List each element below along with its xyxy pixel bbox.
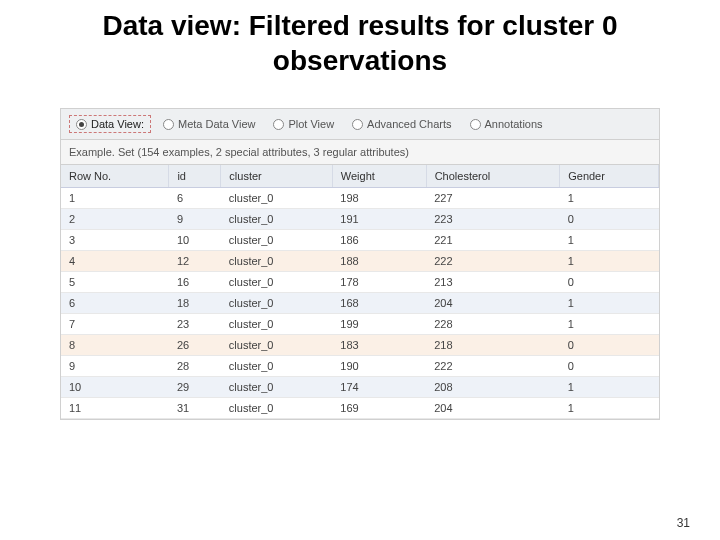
cell-cholesterol: 227: [426, 188, 560, 209]
cell-rowno: 8: [61, 335, 169, 356]
slide-number: 31: [677, 516, 690, 530]
tab-meta-data-view[interactable]: Meta Data View: [157, 116, 261, 132]
cell-weight: 168: [332, 293, 426, 314]
radio-icon: [76, 119, 87, 130]
cell-cluster: cluster_0: [221, 230, 332, 251]
cell-cholesterol: 204: [426, 398, 560, 419]
col-weight[interactable]: Weight: [332, 165, 426, 188]
cell-rowno: 11: [61, 398, 169, 419]
results-panel: Data View: Meta Data View Plot View Adva…: [60, 108, 660, 420]
radio-icon: [470, 119, 481, 130]
cell-gender: 1: [560, 251, 659, 272]
cell-gender: 0: [560, 335, 659, 356]
cell-weight: 169: [332, 398, 426, 419]
cell-weight: 183: [332, 335, 426, 356]
cell-cluster: cluster_0: [221, 356, 332, 377]
table-body: 16cluster_0198227129cluster_01912230310c…: [61, 188, 659, 419]
cell-rowno: 9: [61, 356, 169, 377]
table-row[interactable]: 928cluster_01902220: [61, 356, 659, 377]
cell-rowno: 4: [61, 251, 169, 272]
table-row[interactable]: 723cluster_01992281: [61, 314, 659, 335]
radio-icon: [273, 119, 284, 130]
col-cholesterol[interactable]: Cholesterol: [426, 165, 560, 188]
tab-label: Annotations: [485, 118, 543, 130]
cell-weight: 198: [332, 188, 426, 209]
cell-id: 18: [169, 293, 221, 314]
cell-id: 6: [169, 188, 221, 209]
cell-cluster: cluster_0: [221, 314, 332, 335]
cell-gender: 0: [560, 209, 659, 230]
cell-weight: 178: [332, 272, 426, 293]
cell-rowno: 5: [61, 272, 169, 293]
cell-cholesterol: 218: [426, 335, 560, 356]
cell-id: 12: [169, 251, 221, 272]
radio-icon: [352, 119, 363, 130]
table-row[interactable]: 1131cluster_01692041: [61, 398, 659, 419]
cell-cholesterol: 228: [426, 314, 560, 335]
cell-weight: 186: [332, 230, 426, 251]
cell-rowno: 2: [61, 209, 169, 230]
view-tabs: Data View: Meta Data View Plot View Adva…: [61, 109, 659, 140]
tab-data-view[interactable]: Data View:: [69, 115, 151, 133]
tab-annotations[interactable]: Annotations: [464, 116, 549, 132]
cell-cholesterol: 222: [426, 251, 560, 272]
data-table: Row No. id cluster Weight Cholesterol Ge…: [61, 165, 659, 419]
col-id[interactable]: id: [169, 165, 221, 188]
cell-cluster: cluster_0: [221, 377, 332, 398]
cell-cluster: cluster_0: [221, 398, 332, 419]
slide-title: Data view: Filtered results for cluster …: [0, 0, 720, 78]
cell-cholesterol: 213: [426, 272, 560, 293]
cell-rowno: 1: [61, 188, 169, 209]
cell-cholesterol: 222: [426, 356, 560, 377]
cell-id: 29: [169, 377, 221, 398]
tab-label: Advanced Charts: [367, 118, 451, 130]
table-header-row: Row No. id cluster Weight Cholesterol Ge…: [61, 165, 659, 188]
cell-gender: 1: [560, 230, 659, 251]
radio-icon: [163, 119, 174, 130]
cell-rowno: 7: [61, 314, 169, 335]
cell-weight: 190: [332, 356, 426, 377]
tab-plot-view[interactable]: Plot View: [267, 116, 340, 132]
cell-cholesterol: 204: [426, 293, 560, 314]
cell-cluster: cluster_0: [221, 251, 332, 272]
cell-weight: 174: [332, 377, 426, 398]
cell-gender: 1: [560, 188, 659, 209]
table-row[interactable]: 826cluster_01832180: [61, 335, 659, 356]
tab-label: Data View:: [91, 118, 144, 130]
cell-gender: 1: [560, 398, 659, 419]
table-row[interactable]: 516cluster_01782130: [61, 272, 659, 293]
cell-cholesterol: 221: [426, 230, 560, 251]
cell-cluster: cluster_0: [221, 209, 332, 230]
table-row[interactable]: 618cluster_01682041: [61, 293, 659, 314]
cell-cluster: cluster_0: [221, 335, 332, 356]
cell-rowno: 3: [61, 230, 169, 251]
cell-gender: 0: [560, 356, 659, 377]
col-rowno[interactable]: Row No.: [61, 165, 169, 188]
col-gender[interactable]: Gender: [560, 165, 659, 188]
cell-weight: 199: [332, 314, 426, 335]
cell-id: 31: [169, 398, 221, 419]
cell-weight: 188: [332, 251, 426, 272]
cell-cluster: cluster_0: [221, 188, 332, 209]
cell-gender: 0: [560, 272, 659, 293]
tab-label: Meta Data View: [178, 118, 255, 130]
table-row[interactable]: 1029cluster_01742081: [61, 377, 659, 398]
cell-gender: 1: [560, 377, 659, 398]
table-row[interactable]: 412cluster_01882221: [61, 251, 659, 272]
table-row[interactable]: 16cluster_01982271: [61, 188, 659, 209]
cell-gender: 1: [560, 314, 659, 335]
cell-id: 23: [169, 314, 221, 335]
cell-id: 26: [169, 335, 221, 356]
cell-rowno: 10: [61, 377, 169, 398]
cell-id: 28: [169, 356, 221, 377]
col-cluster[interactable]: cluster: [221, 165, 332, 188]
cell-cluster: cluster_0: [221, 272, 332, 293]
cell-gender: 1: [560, 293, 659, 314]
cell-rowno: 6: [61, 293, 169, 314]
cell-id: 9: [169, 209, 221, 230]
table-row[interactable]: 310cluster_01862211: [61, 230, 659, 251]
table-row[interactable]: 29cluster_01912230: [61, 209, 659, 230]
cell-id: 16: [169, 272, 221, 293]
tab-advanced-charts[interactable]: Advanced Charts: [346, 116, 457, 132]
cell-cluster: cluster_0: [221, 293, 332, 314]
